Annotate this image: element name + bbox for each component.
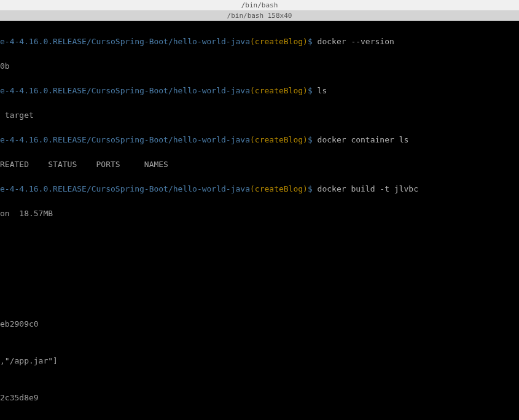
prompt-dollar: $ xyxy=(308,37,313,46)
prompt-branch-close: ) xyxy=(303,86,308,95)
prompt-branch-open: ( xyxy=(250,184,255,193)
window-subtitle: /bin/bash 158x40 xyxy=(227,12,292,20)
prompt-branch-open: ( xyxy=(250,135,255,144)
prompt-path: e-4-4.16.0.RELEASE/CursoSpring-Boot/hell… xyxy=(0,37,250,46)
terminal-line: e-4-4.16.0.RELEASE/CursoSpring-Boot/hell… xyxy=(0,183,519,195)
terminal-output: 0b xyxy=(0,60,519,72)
terminal-output: on 18.57MB xyxy=(0,208,519,220)
prompt-dollar: $ xyxy=(308,86,313,95)
terminal-area[interactable]: e-4-4.16.0.RELEASE/CursoSpring-Boot/hell… xyxy=(0,21,519,420)
prompt-branch-open: ( xyxy=(250,86,255,95)
prompt-branch: createBlog xyxy=(255,37,303,46)
terminal-line: e-4-4.16.0.RELEASE/CursoSpring-Boot/hell… xyxy=(0,85,519,97)
window-title: /bin/bash xyxy=(241,1,278,9)
terminal-line: e-4-4.16.0.RELEASE/CursoSpring-Boot/hell… xyxy=(0,134,519,146)
prompt-branch-close: ) xyxy=(303,184,308,193)
terminal-output: REATED STATUS PORTS NAMES xyxy=(0,158,519,171)
command-text: docker container ls xyxy=(313,135,409,144)
prompt-dollar: $ xyxy=(308,135,313,144)
terminal-output: 2c35d8e9 xyxy=(0,392,519,404)
command-text: docker build -t jlvbc xyxy=(313,184,418,193)
prompt-branch-close: ) xyxy=(303,37,308,46)
terminal-line: e-4-4.16.0.RELEASE/CursoSpring-Boot/hell… xyxy=(0,36,519,48)
window-subtitle-bar: /bin/bash 158x40 xyxy=(0,11,519,21)
prompt-branch-open: ( xyxy=(250,37,255,46)
prompt-branch: createBlog xyxy=(255,135,303,144)
terminal-output: ,"/app.jar"] xyxy=(0,355,519,367)
command-text: docker --version xyxy=(313,37,394,46)
terminal-output: target xyxy=(0,109,519,122)
prompt-path: e-4-4.16.0.RELEASE/CursoSpring-Boot/hell… xyxy=(0,86,250,95)
prompt-path: e-4-4.16.0.RELEASE/CursoSpring-Boot/hell… xyxy=(0,135,250,144)
window-title-bar: /bin/bash xyxy=(0,0,519,11)
terminal-output: eb2909c0 xyxy=(0,318,519,330)
prompt-dollar: $ xyxy=(308,184,313,193)
prompt-branch: createBlog xyxy=(255,86,303,95)
prompt-path: e-4-4.16.0.RELEASE/CursoSpring-Boot/hell… xyxy=(0,184,250,193)
prompt-branch: createBlog xyxy=(255,184,303,193)
prompt-branch-close: ) xyxy=(303,135,308,144)
command-text: ls xyxy=(313,86,327,95)
